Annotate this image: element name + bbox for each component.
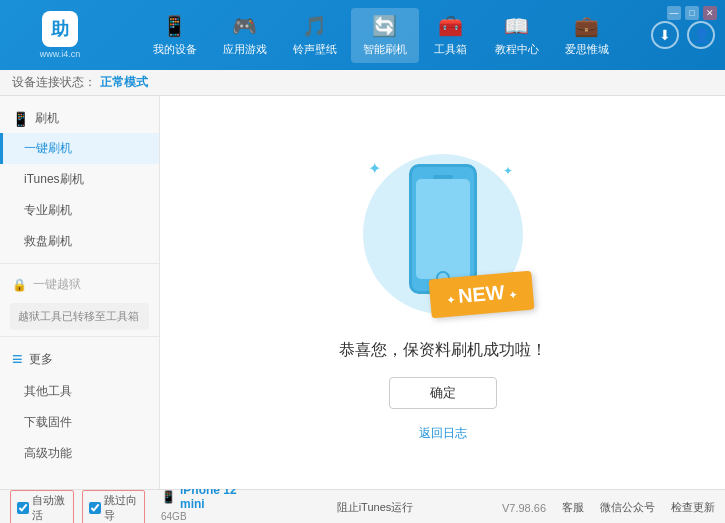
device-phone-icon: 📱 (161, 490, 176, 504)
update-link[interactable]: 检查更新 (671, 500, 715, 515)
smart-shop-icon: 🔄 (372, 14, 397, 38)
nav-apps-games[interactable]: 🎮 应用游戏 (211, 8, 279, 63)
new-badge: NEW (428, 270, 534, 318)
logo-area: 助 www.i4.cn (10, 11, 110, 59)
wechat-link[interactable]: 微信公众号 (600, 500, 655, 515)
jailbreak-notice: 越狱工具已转移至工具箱 (10, 303, 149, 330)
lock-icon: 🔒 (12, 278, 27, 292)
user-button[interactable]: 👤 (687, 21, 715, 49)
header-right: ⬇ 👤 (651, 21, 715, 49)
phone-body (409, 164, 477, 294)
close-button[interactable]: ✕ (703, 6, 717, 20)
tutorials-icon: 📖 (504, 14, 529, 38)
auto-launch-checkbox[interactable]: 自动激活 (10, 490, 74, 524)
ringtones-icon: 🎵 (302, 14, 327, 38)
version-text: V7.98.66 (502, 502, 546, 514)
nav-apps-games-label: 应用游戏 (223, 42, 267, 57)
status-value: 正常模式 (100, 74, 148, 91)
main-layout: 📱 刷机 一键刷机 iTunes刷机 专业刷机 救盘刷机 🔒 一键越狱 越狱工具… (0, 96, 725, 489)
other-tools-label: 其他工具 (24, 384, 72, 398)
logo-url: www.i4.cn (40, 49, 81, 59)
more-section-icon: ≡ (12, 349, 23, 370)
bottom-center: 阻止iTunes运行 (256, 500, 494, 515)
skip-guide-input[interactable] (89, 502, 101, 514)
sidebar-item-itunes-flash[interactable]: iTunes刷机 (0, 164, 159, 195)
sidebar-divider-2 (0, 336, 159, 337)
apps-games-icon: 🎮 (232, 14, 257, 38)
maximize-button[interactable]: □ (685, 6, 699, 20)
status-label: 设备连接状态： (12, 74, 96, 91)
more-section-label: 更多 (29, 351, 53, 368)
phone-speaker (433, 175, 453, 179)
toolbox-icon: 🧰 (438, 14, 463, 38)
nav-tutorials[interactable]: 📖 教程中心 (483, 8, 551, 63)
sparkle-1: ✦ (368, 159, 381, 178)
nav-wishstore-label: 爱思惟城 (565, 42, 609, 57)
nav-bar: 📱 我的设备 🎮 应用游戏 🎵 铃声壁纸 🔄 智能刷机 🧰 工具箱 📖 (110, 8, 651, 63)
sidebar-item-one-key-flash[interactable]: 一键刷机 (0, 133, 159, 164)
nav-tutorials-label: 教程中心 (495, 42, 539, 57)
window-controls: — □ ✕ (667, 6, 717, 20)
skip-guide-label: 跳过向导 (104, 493, 139, 523)
flash-section-icon: 📱 (12, 111, 29, 127)
bottom-bar: 自动激活 跳过向导 📱 iPhone 12 mini 64GB Down-12m… (0, 489, 725, 523)
header: 助 www.i4.cn 📱 我的设备 🎮 应用游戏 🎵 铃声壁纸 🔄 智能刷机 … (0, 0, 725, 70)
nav-toolbox-label: 工具箱 (434, 42, 467, 57)
content-area: ✦ ✦ ✦ NEW 恭喜您，保资料刷机成功啦！ 确定 返回日志 (160, 96, 725, 489)
nav-my-device-label: 我的设备 (153, 42, 197, 57)
confirm-button[interactable]: 确定 (389, 377, 497, 409)
sidebar-item-pro-flash[interactable]: 专业刷机 (0, 195, 159, 226)
flash-section-header: 📱 刷机 (0, 104, 159, 133)
logo-icon: 助 (42, 11, 78, 47)
my-device-icon: 📱 (162, 14, 187, 38)
flash-section-label: 刷机 (35, 110, 59, 127)
sidebar-item-other-tools[interactable]: 其他工具 (0, 376, 159, 407)
nav-smart-shop[interactable]: 🔄 智能刷机 (351, 8, 419, 63)
skip-guide-checkbox[interactable]: 跳过向导 (82, 490, 146, 524)
device-storage: 64GB (161, 511, 187, 522)
phone-illustration: ✦ ✦ ✦ NEW (343, 144, 543, 324)
jailbreak-section-label: 一键越狱 (33, 276, 81, 293)
sidebar-item-download-firmware[interactable]: 下载固件 (0, 407, 159, 438)
support-link[interactable]: 客服 (562, 500, 584, 515)
phone-screen (416, 179, 470, 279)
jailbreak-section-header: 🔒 一键越狱 (0, 270, 159, 299)
more-section-header: ≡ 更多 (0, 343, 159, 376)
status-bar: 设备连接状态： 正常模式 (0, 70, 725, 96)
recover-flash-label: 救盘刷机 (24, 234, 72, 248)
download-firmware-label: 下载固件 (24, 415, 72, 429)
pro-flash-label: 专业刷机 (24, 203, 72, 217)
minimize-button[interactable]: — (667, 6, 681, 20)
sidebar-item-advanced[interactable]: 高级功能 (0, 438, 159, 469)
advanced-label: 高级功能 (24, 446, 72, 460)
sidebar-divider-1 (0, 263, 159, 264)
device-sub-info: 64GB (161, 511, 248, 522)
back-link[interactable]: 返回日志 (419, 425, 467, 442)
sidebar-item-recover-flash[interactable]: 救盘刷机 (0, 226, 159, 257)
download-button[interactable]: ⬇ (651, 21, 679, 49)
one-key-flash-label: 一键刷机 (24, 141, 72, 155)
sparkle-2: ✦ (503, 164, 513, 178)
success-message: 恭喜您，保资料刷机成功啦！ (339, 340, 547, 361)
nav-ringtones[interactable]: 🎵 铃声壁纸 (281, 8, 349, 63)
auto-launch-input[interactable] (17, 502, 29, 514)
nav-ringtones-label: 铃声壁纸 (293, 42, 337, 57)
sidebar: 📱 刷机 一键刷机 iTunes刷机 专业刷机 救盘刷机 🔒 一键越狱 越狱工具… (0, 96, 160, 489)
wishstore-icon: 💼 (574, 14, 599, 38)
nav-smart-shop-label: 智能刷机 (363, 42, 407, 57)
bottom-right: V7.98.66 客服 微信公众号 检查更新 (502, 500, 715, 515)
auto-launch-label: 自动激活 (32, 493, 67, 523)
jailbreak-notice-text: 越狱工具已转移至工具箱 (18, 309, 139, 324)
nav-wishstore[interactable]: 💼 爱思惟城 (553, 8, 621, 63)
itunes-status: 阻止iTunes运行 (337, 500, 414, 515)
itunes-flash-label: iTunes刷机 (24, 172, 84, 186)
nav-my-device[interactable]: 📱 我的设备 (141, 8, 209, 63)
nav-toolbox[interactable]: 🧰 工具箱 (421, 8, 481, 63)
